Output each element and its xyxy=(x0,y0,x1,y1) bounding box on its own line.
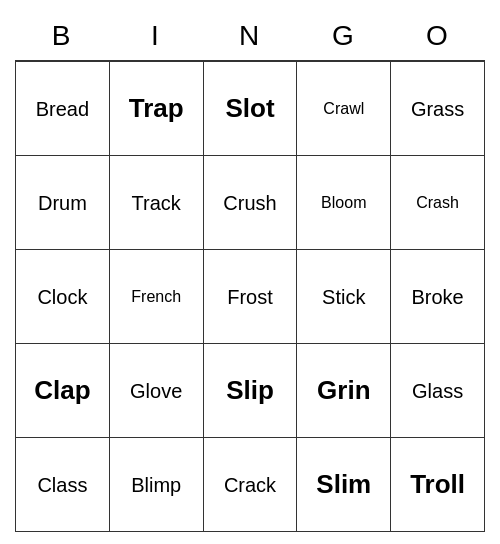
bingo-cell-0-1: Trap xyxy=(110,62,204,156)
cell-text-0-4: Grass xyxy=(411,98,464,120)
bingo-cell-3-1: Glove xyxy=(110,344,204,438)
bingo-cell-3-0: Clap xyxy=(16,344,110,438)
bingo-cell-1-2: Crush xyxy=(204,156,298,250)
header-letter-G: G xyxy=(297,12,391,60)
bingo-cell-4-3: Slim xyxy=(297,438,391,532)
cell-text-3-0: Clap xyxy=(34,376,90,405)
bingo-cell-1-1: Track xyxy=(110,156,204,250)
bingo-header: BINGO xyxy=(15,12,485,61)
bingo-cell-2-1: French xyxy=(110,250,204,344)
bingo-row-4: ClassBlimpCrackSlimTroll xyxy=(16,438,485,532)
bingo-cell-0-4: Grass xyxy=(391,62,485,156)
bingo-cell-4-2: Crack xyxy=(204,438,298,532)
bingo-cell-2-4: Broke xyxy=(391,250,485,344)
cell-text-3-4: Glass xyxy=(412,380,463,402)
bingo-row-3: ClapGloveSlipGrinGlass xyxy=(16,344,485,438)
bingo-cell-4-1: Blimp xyxy=(110,438,204,532)
bingo-card: BINGO BreadTrapSlotCrawlGrassDrumTrackCr… xyxy=(15,12,485,532)
bingo-cell-0-2: Slot xyxy=(204,62,298,156)
cell-text-2-2: Frost xyxy=(227,286,273,308)
cell-text-0-0: Bread xyxy=(36,98,89,120)
cell-text-1-0: Drum xyxy=(38,192,87,214)
bingo-cell-3-4: Glass xyxy=(391,344,485,438)
bingo-cell-0-3: Crawl xyxy=(297,62,391,156)
bingo-cell-0-0: Bread xyxy=(16,62,110,156)
cell-text-1-3: Bloom xyxy=(321,194,366,212)
header-letter-I: I xyxy=(109,12,203,60)
cell-text-2-4: Broke xyxy=(411,286,463,308)
bingo-cell-1-4: Crash xyxy=(391,156,485,250)
header-letter-B: B xyxy=(15,12,109,60)
cell-text-0-2: Slot xyxy=(225,94,274,123)
cell-text-3-3: Grin xyxy=(317,376,370,405)
cell-text-1-4: Crash xyxy=(416,194,459,212)
cell-text-4-3: Slim xyxy=(316,470,371,499)
cell-text-3-1: Glove xyxy=(130,380,182,402)
header-letter-N: N xyxy=(203,12,297,60)
bingo-cell-4-4: Troll xyxy=(391,438,485,532)
bingo-cell-1-0: Drum xyxy=(16,156,110,250)
cell-text-2-0: Clock xyxy=(37,286,87,308)
bingo-cell-1-3: Bloom xyxy=(297,156,391,250)
bingo-cell-2-0: Clock xyxy=(16,250,110,344)
bingo-row-1: DrumTrackCrushBloomCrash xyxy=(16,156,485,250)
bingo-row-2: ClockFrenchFrostStickBroke xyxy=(16,250,485,344)
cell-text-1-2: Crush xyxy=(223,192,276,214)
cell-text-4-1: Blimp xyxy=(131,474,181,496)
bingo-cell-2-3: Stick xyxy=(297,250,391,344)
header-letter-O: O xyxy=(391,12,485,60)
cell-text-0-3: Crawl xyxy=(323,100,364,118)
bingo-grid: BreadTrapSlotCrawlGrassDrumTrackCrushBlo… xyxy=(15,61,485,532)
cell-text-1-1: Track xyxy=(132,192,181,214)
bingo-cell-3-3: Grin xyxy=(297,344,391,438)
bingo-cell-3-2: Slip xyxy=(204,344,298,438)
bingo-cell-4-0: Class xyxy=(16,438,110,532)
cell-text-2-1: French xyxy=(131,288,181,306)
cell-text-3-2: Slip xyxy=(226,376,274,405)
cell-text-2-3: Stick xyxy=(322,286,365,308)
bingo-cell-2-2: Frost xyxy=(204,250,298,344)
cell-text-4-0: Class xyxy=(37,474,87,496)
cell-text-4-2: Crack xyxy=(224,474,276,496)
bingo-row-0: BreadTrapSlotCrawlGrass xyxy=(16,62,485,156)
cell-text-0-1: Trap xyxy=(129,94,184,123)
cell-text-4-4: Troll xyxy=(410,470,465,499)
